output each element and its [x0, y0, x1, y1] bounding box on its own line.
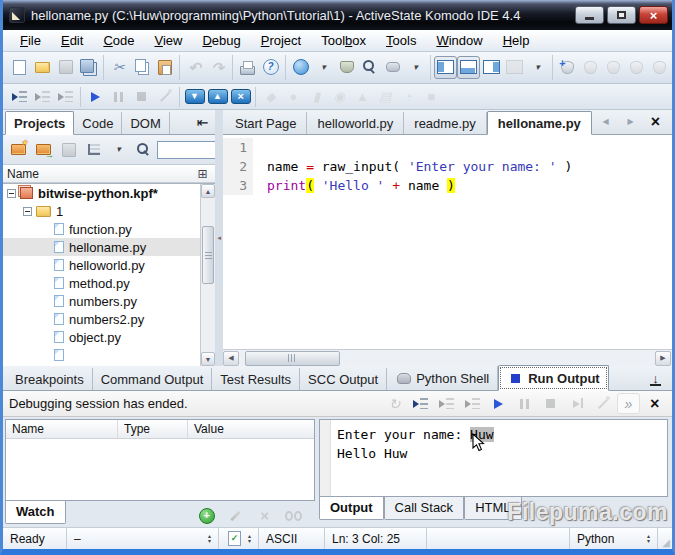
dropdown-arrow-button[interactable] — [107, 138, 130, 161]
tree-scrollbar[interactable]: ▲ ▼ — [200, 184, 215, 366]
tab-command-output[interactable]: Command Output — [93, 368, 213, 390]
macro-record-button[interactable] — [381, 56, 404, 79]
watch-table-body[interactable] — [6, 439, 314, 500]
tab-helloworld-py[interactable]: helloworld.py — [307, 112, 404, 134]
column-header-type[interactable]: Type — [118, 420, 188, 438]
menu-tools[interactable]: Tools — [377, 31, 425, 50]
dropdown-arrow-button[interactable] — [312, 56, 335, 79]
toggle-bottom-pane-button[interactable] — [457, 56, 480, 79]
menu-file[interactable]: File — [11, 31, 50, 50]
print-button[interactable] — [236, 56, 259, 79]
tree-scroll-thumb[interactable] — [202, 226, 214, 284]
scroll-right-icon[interactable]: ▶ — [655, 351, 671, 366]
tab-helloname-py[interactable]: helloname.py — [487, 111, 592, 135]
columns-icon[interactable] — [194, 165, 211, 182]
tab-code[interactable]: Code — [74, 112, 122, 134]
step-into-button[interactable] — [409, 393, 432, 414]
new-database-button[interactable] — [556, 56, 579, 79]
komodo-preview-button[interactable] — [206, 85, 229, 108]
panel-splitter[interactable]: ◂ — [215, 110, 223, 366]
close-buffer-icon[interactable] — [647, 113, 664, 130]
tree-item-method-py[interactable]: method.py — [3, 274, 200, 292]
tab-start-page[interactable]: Start Page — [225, 112, 307, 134]
tab-python-shell[interactable]: Python Shell — [387, 366, 498, 390]
go-button[interactable] — [487, 393, 510, 414]
expander-icon[interactable] — [7, 189, 16, 198]
menu-window[interactable]: Window — [427, 31, 491, 50]
tab-readme-py[interactable]: readme.py — [404, 112, 486, 134]
status-language[interactable]: Python▴▾ — [570, 528, 658, 549]
spinner-arrows-icon[interactable]: ▴▾ — [248, 534, 251, 544]
editor-hscrollbar[interactable]: ◀ ▶ — [223, 349, 672, 366]
save-all-button[interactable] — [77, 56, 100, 79]
menu-help[interactable]: Help — [494, 31, 539, 50]
code-editor[interactable]: 12name = raw_input( 'Enter your name: ' … — [223, 135, 672, 349]
editor-scroll-thumb[interactable] — [245, 351, 340, 366]
go-button[interactable] — [84, 85, 107, 108]
new-file-button[interactable] — [8, 56, 31, 79]
tree-item-1[interactable]: 1 — [3, 202, 200, 220]
run-output-console[interactable]: Enter your name: HuwHello Huw — [319, 419, 668, 497]
dropdown-arrow-button[interactable] — [404, 56, 427, 79]
scroll-down-icon[interactable]: ▼ — [201, 352, 215, 366]
search-button[interactable] — [132, 138, 155, 161]
komodo-edit-button[interactable] — [183, 85, 206, 108]
tree-item-numbers-py[interactable]: numbers.py — [3, 292, 200, 310]
help-button[interactable] — [259, 56, 282, 79]
rx-toolkit-button[interactable] — [335, 56, 358, 79]
watch-table[interactable]: NameTypeValue — [5, 419, 315, 501]
copy-button[interactable] — [130, 56, 153, 79]
tab-projects[interactable]: Projects — [5, 111, 74, 135]
dropdown-arrow-button[interactable] — [526, 56, 549, 79]
tree-item-numbers2-py[interactable]: numbers2.py — [3, 310, 200, 328]
tree-scroll-track[interactable] — [201, 198, 215, 352]
tab-test-results[interactable]: Test Results — [212, 368, 300, 390]
tab-nav-back-icon[interactable] — [597, 113, 614, 130]
search-button[interactable] — [358, 56, 381, 79]
tree-item-function-py[interactable]: function.py — [3, 220, 200, 238]
tab-nav-forward-icon[interactable] — [622, 113, 639, 130]
tree-item-helloname-py[interactable]: helloname.py — [3, 238, 200, 256]
tree-item-object-py[interactable]: object.py — [3, 328, 200, 346]
menu-toolbox[interactable]: Toolbox — [312, 31, 375, 50]
spinner-arrows-icon[interactable]: ▴▾ — [647, 534, 650, 544]
overflow-chevron-button[interactable] — [617, 393, 640, 414]
tree-item-helloworld-py[interactable]: helloworld.py — [3, 256, 200, 274]
web-browser-button[interactable] — [289, 56, 312, 79]
open-remote-project-button[interactable] — [32, 138, 55, 161]
column-header-name[interactable]: Name — [6, 420, 118, 438]
menu-project[interactable]: Project — [252, 31, 310, 50]
toggle-left-pane-button[interactable] — [434, 56, 457, 79]
name-column-header[interactable]: Name — [7, 167, 194, 181]
spinner-arrows-icon[interactable]: ▴▾ — [208, 534, 211, 544]
tree-item-bitwise-python-kpf[interactable]: bitwise-python.kpf* — [3, 184, 200, 202]
tab-run-output[interactable]: Run Output — [498, 365, 608, 391]
tab-watch[interactable]: Watch — [5, 501, 66, 524]
restore-button[interactable] — [607, 6, 636, 24]
tab-breakpoints[interactable]: Breakpoints — [7, 368, 93, 390]
menu-code[interactable]: Code — [94, 31, 143, 50]
cut-button[interactable] — [107, 56, 130, 79]
add-watch-button[interactable] — [195, 504, 218, 527]
menu-edit[interactable]: Edit — [52, 31, 92, 50]
minimize-button[interactable] — [575, 6, 604, 24]
collapse-pane-icon[interactable] — [194, 113, 211, 130]
paste-button[interactable] — [153, 56, 176, 79]
tab-call-stack[interactable]: Call Stack — [384, 497, 465, 520]
step-into-button[interactable] — [8, 85, 31, 108]
scroll-up-icon[interactable]: ▲ — [201, 184, 215, 198]
project-settings-button[interactable] — [82, 138, 105, 161]
collapse-bottom-pane-icon[interactable] — [647, 370, 664, 387]
resize-grip-icon[interactable]: ◢ — [658, 528, 672, 549]
close-button[interactable]: × — [639, 6, 668, 24]
menu-view[interactable]: View — [145, 31, 191, 50]
scroll-left-icon[interactable]: ◀ — [223, 351, 239, 366]
import-project-button[interactable] — [7, 138, 30, 161]
tree-item-blank[interactable] — [3, 346, 200, 364]
column-header-value[interactable]: Value — [188, 420, 314, 438]
titlebar[interactable]: helloname.py (C:\Huw\programming\Python\… — [3, 0, 672, 30]
tab-scc-output[interactable]: SCC Output — [300, 368, 387, 390]
expander-icon[interactable] — [23, 207, 32, 216]
tab-output[interactable]: Output — [319, 497, 384, 520]
tab-dom[interactable]: DOM — [122, 112, 169, 134]
